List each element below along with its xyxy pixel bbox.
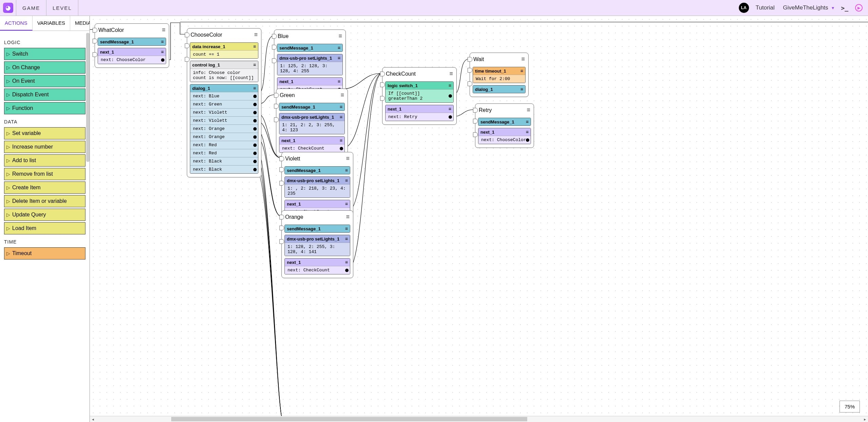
action-switch[interactable]: ▷Switch <box>4 48 85 60</box>
node-title[interactable]: Wait≡ <box>470 53 528 65</box>
menu-icon[interactable]: ≡ <box>449 106 451 112</box>
action-function[interactable]: ▷Function <box>4 102 85 114</box>
output-port[interactable] <box>253 160 257 163</box>
tab-variables[interactable]: VARIABLES <box>33 16 70 31</box>
row-input-port[interactable] <box>468 68 472 73</box>
row-input-port[interactable] <box>185 57 190 62</box>
node-whatcolor[interactable]: WhatColor≡sendMessage_1≡next_1≡next: Cho… <box>95 23 169 68</box>
output-port[interactable] <box>253 103 257 106</box>
output-port[interactable] <box>340 147 343 150</box>
node-input-port[interactable] <box>93 28 97 33</box>
node-input-port[interactable] <box>185 33 190 37</box>
menu-icon[interactable]: ≡ <box>346 155 350 162</box>
dialog-option[interactable]: next: Violett <box>190 108 258 116</box>
dialog-option[interactable]: next: Orange <box>190 124 258 133</box>
node-row-dialog[interactable]: dialog_1≡next: Bluenext: Greennext: Viol… <box>190 84 258 174</box>
menu-icon[interactable]: ≡ <box>520 68 523 74</box>
scroll-right-icon[interactable]: ▸ <box>862 416 868 422</box>
menu-icon[interactable]: ≡ <box>340 104 342 110</box>
app-logo[interactable]: ◕ <box>0 0 16 16</box>
menu-icon[interactable]: ≡ <box>345 260 348 265</box>
menu-icon[interactable]: ≡ <box>253 44 256 49</box>
node-row-data[interactable]: data increase_1≡count += 1 <box>190 42 258 59</box>
node-green[interactable]: Green≡sendMessage_1≡dmx-usb-pro setLight… <box>276 89 348 156</box>
menu-icon[interactable]: ≡ <box>526 129 529 135</box>
output-port[interactable] <box>449 115 452 119</box>
row-input-port[interactable] <box>272 45 277 50</box>
row-input-port[interactable] <box>279 181 284 186</box>
node-row-send[interactable]: sendMessage_1≡ <box>284 225 350 233</box>
row-input-port[interactable] <box>279 167 284 172</box>
canvas[interactable]: WhatColor≡sendMessage_1≡next_1≡next: Cho… <box>90 16 868 422</box>
node-input-port[interactable] <box>279 215 284 219</box>
output-port[interactable] <box>449 94 452 98</box>
output-port[interactable] <box>253 119 257 122</box>
node-orange[interactable]: Orange≡sendMessage_1≡dmx-usb-pro setLigh… <box>281 210 353 278</box>
node-retry[interactable]: Retry≡sendMessage_1≡next_1≡next: ChooseC… <box>475 103 534 148</box>
node-row-send[interactable]: sendMessage_1≡ <box>98 38 166 46</box>
node-title[interactable]: Green≡ <box>276 89 348 101</box>
node-row-dmx[interactable]: dmx-usb-pro setLights_1≡1: , 2: 218, 3: … <box>284 176 350 198</box>
node-input-port[interactable] <box>272 34 277 39</box>
row-input-port[interactable] <box>93 52 97 57</box>
tab-actions[interactable]: ACTIONS <box>0 16 33 31</box>
menu-icon[interactable]: ≡ <box>520 87 523 92</box>
menu-icon[interactable]: ≡ <box>253 62 256 68</box>
row-input-port[interactable] <box>93 39 97 43</box>
node-row-ctrl[interactable]: control log_1≡info: Choose color count i… <box>190 61 258 82</box>
node-violett[interactable]: Violett≡sendMessage_1≡dmx-usb-pro setLig… <box>281 152 353 220</box>
avatar[interactable]: LA <box>739 3 749 13</box>
menu-icon[interactable]: ≡ <box>345 201 348 207</box>
node-title[interactable]: Violett≡ <box>282 152 353 165</box>
action-add-to-list[interactable]: ▷Add to list <box>4 154 85 167</box>
menu-icon[interactable]: ≡ <box>162 26 165 34</box>
dialog-option[interactable]: next: Violett <box>190 116 258 124</box>
scroll-thumb[interactable] <box>171 417 527 421</box>
row-input-port[interactable] <box>473 132 478 137</box>
output-port[interactable] <box>253 111 257 114</box>
node-checkcount[interactable]: CheckCount≡logic switch_1≡If [[count]] g… <box>382 67 457 125</box>
menu-level[interactable]: LEVEL <box>46 0 78 16</box>
node-row-send[interactable]: sendMessage_1≡ <box>284 166 350 174</box>
row-input-port[interactable] <box>279 239 284 244</box>
action-remove-from-list[interactable]: ▷Remove from list <box>4 168 85 180</box>
row-input-port[interactable] <box>473 119 478 123</box>
node-row-dialog[interactable]: dialog_1≡ <box>473 85 526 93</box>
dialog-option[interactable]: next: Black <box>190 165 258 173</box>
node-input-port[interactable] <box>274 93 279 98</box>
menu-icon[interactable]: ≡ <box>340 138 342 143</box>
action-create-item[interactable]: ▷Create Item <box>4 181 85 194</box>
sidebar-scroll-thumb[interactable] <box>86 33 90 162</box>
node-input-port[interactable] <box>473 108 478 113</box>
chevron-down-icon[interactable]: ▾ <box>832 5 834 11</box>
node-input-port[interactable] <box>468 57 472 62</box>
menu-icon[interactable]: ≡ <box>338 33 342 40</box>
dialog-option[interactable]: next: Red <box>190 149 258 157</box>
output-port[interactable] <box>345 269 349 272</box>
action-on-event[interactable]: ▷On Event <box>4 75 85 87</box>
node-row-dmx[interactable]: dmx-usb-pro setLights_1≡1: 21, 2: 2, 3: … <box>279 113 345 134</box>
node-row-next[interactable]: next_1≡next: CheckCount <box>279 136 345 153</box>
node-blue[interactable]: Blue≡sendMessage_1≡dmx-usb-pro setLights… <box>274 30 346 97</box>
output-port[interactable] <box>253 168 257 171</box>
node-row-dmx[interactable]: dmx-usb-pro setLights_1≡1: 125, 2: 128, … <box>277 54 343 75</box>
menu-icon[interactable]: ≡ <box>340 92 344 99</box>
node-row-next[interactable]: next_1≡next: CheckCount <box>284 258 350 274</box>
action-set-variable[interactable]: ▷Set variable <box>4 127 85 139</box>
node-title[interactable]: Retry≡ <box>475 104 534 116</box>
node-title[interactable]: ChooseColor≡ <box>187 28 261 41</box>
menu-icon[interactable]: ≡ <box>527 107 530 114</box>
menu-icon[interactable]: ≡ <box>338 45 340 51</box>
row-input-port[interactable] <box>380 82 385 87</box>
play-icon[interactable]: ▶ <box>855 4 863 12</box>
row-input-port[interactable] <box>272 58 277 63</box>
output-port[interactable] <box>253 152 257 155</box>
node-row-logic[interactable]: logic switch_1≡If [[count]] greaterThan … <box>385 81 454 103</box>
node-title[interactable]: Orange≡ <box>282 211 353 223</box>
node-wait[interactable]: Wait≡time timeout_1≡Wait for 2:00dialog_… <box>470 53 529 97</box>
menu-icon[interactable]: ≡ <box>161 49 164 55</box>
crumb-project[interactable]: GiveMeTheLights <box>783 4 828 11</box>
action-on-change[interactable]: ▷On Change <box>4 61 85 74</box>
row-input-port[interactable] <box>468 81 472 86</box>
menu-icon[interactable]: ≡ <box>449 70 453 77</box>
